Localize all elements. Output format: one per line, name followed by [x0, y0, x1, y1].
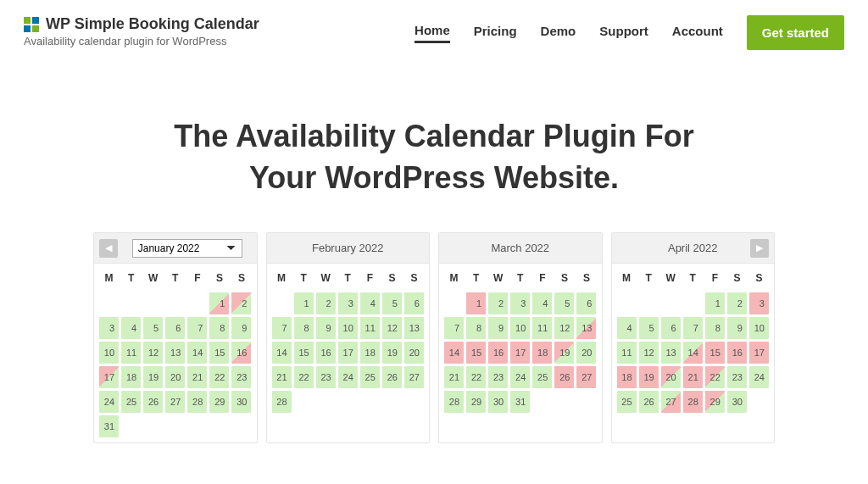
day-cell[interactable]: 27 — [661, 391, 681, 413]
day-cell[interactable]: 2 — [316, 292, 336, 314]
day-cell[interactable]: 17 — [99, 366, 119, 388]
day-cell[interactable]: 13 — [404, 317, 424, 339]
day-cell[interactable]: 28 — [187, 391, 207, 413]
day-cell[interactable]: 6 — [576, 292, 596, 314]
prev-month-button[interactable]: ◀ — [99, 239, 118, 258]
day-cell[interactable]: 29 — [209, 391, 229, 413]
day-cell[interactable]: 16 — [316, 342, 336, 364]
day-cell[interactable]: 14 — [187, 342, 207, 364]
day-cell[interactable]: 25 — [121, 391, 141, 413]
day-cell[interactable]: 3 — [338, 292, 358, 314]
month-select[interactable]: January 2022 — [132, 239, 242, 258]
day-cell[interactable]: 1 — [705, 292, 725, 314]
day-cell[interactable]: 17 — [510, 342, 530, 364]
day-cell[interactable]: 10 — [510, 317, 530, 339]
day-cell[interactable]: 19 — [382, 342, 402, 364]
day-cell[interactable]: 24 — [749, 366, 769, 388]
day-cell[interactable]: 30 — [231, 391, 251, 413]
day-cell[interactable]: 30 — [488, 391, 508, 413]
day-cell[interactable]: 6 — [661, 317, 681, 339]
day-cell[interactable]: 7 — [683, 317, 703, 339]
day-cell[interactable]: 1 — [466, 292, 486, 314]
day-cell[interactable]: 3 — [749, 292, 769, 314]
day-cell[interactable]: 25 — [617, 391, 637, 413]
day-cell[interactable]: 13 — [576, 317, 596, 339]
day-cell[interactable]: 1 — [294, 292, 314, 314]
day-cell[interactable]: 16 — [231, 342, 251, 364]
day-cell[interactable]: 31 — [510, 391, 530, 413]
nav-account[interactable]: Account — [672, 24, 723, 42]
day-cell[interactable]: 6 — [165, 317, 185, 339]
day-cell[interactable]: 28 — [683, 391, 703, 413]
day-cell[interactable]: 24 — [99, 391, 119, 413]
day-cell[interactable]: 12 — [554, 317, 574, 339]
day-cell[interactable]: 11 — [617, 342, 637, 364]
day-cell[interactable]: 18 — [121, 366, 141, 388]
nav-demo[interactable]: Demo — [541, 24, 576, 42]
day-cell[interactable]: 9 — [231, 317, 251, 339]
day-cell[interactable]: 15 — [466, 342, 486, 364]
day-cell[interactable]: 24 — [338, 366, 358, 388]
day-cell[interactable]: 28 — [272, 391, 292, 413]
day-cell[interactable]: 12 — [382, 317, 402, 339]
day-cell[interactable]: 30 — [727, 391, 747, 413]
day-cell[interactable]: 23 — [488, 366, 508, 388]
day-cell[interactable]: 27 — [404, 366, 424, 388]
day-cell[interactable]: 17 — [749, 342, 769, 364]
nav-home[interactable]: Home — [415, 23, 450, 43]
day-cell[interactable]: 26 — [143, 391, 163, 413]
day-cell[interactable]: 7 — [444, 317, 464, 339]
day-cell[interactable]: 2 — [727, 292, 747, 314]
day-cell[interactable]: 23 — [727, 366, 747, 388]
day-cell[interactable]: 5 — [382, 292, 402, 314]
day-cell[interactable]: 26 — [639, 391, 659, 413]
day-cell[interactable]: 6 — [404, 292, 424, 314]
day-cell[interactable]: 13 — [165, 342, 185, 364]
day-cell[interactable]: 15 — [294, 342, 314, 364]
day-cell[interactable]: 21 — [272, 366, 292, 388]
day-cell[interactable]: 11 — [121, 342, 141, 364]
day-cell[interactable]: 8 — [705, 317, 725, 339]
day-cell[interactable]: 20 — [661, 366, 681, 388]
day-cell[interactable]: 22 — [294, 366, 314, 388]
day-cell[interactable]: 19 — [554, 342, 574, 364]
day-cell[interactable]: 9 — [727, 317, 747, 339]
day-cell[interactable]: 4 — [121, 317, 141, 339]
day-cell[interactable]: 12 — [639, 342, 659, 364]
day-cell[interactable]: 21 — [187, 366, 207, 388]
day-cell[interactable]: 9 — [488, 317, 508, 339]
day-cell[interactable]: 16 — [727, 342, 747, 364]
day-cell[interactable]: 7 — [272, 317, 292, 339]
day-cell[interactable]: 22 — [209, 366, 229, 388]
day-cell[interactable]: 26 — [382, 366, 402, 388]
day-cell[interactable]: 5 — [554, 292, 574, 314]
day-cell[interactable]: 3 — [99, 317, 119, 339]
day-cell[interactable]: 18 — [617, 366, 637, 388]
day-cell[interactable]: 2 — [231, 292, 251, 314]
day-cell[interactable]: 9 — [316, 317, 336, 339]
day-cell[interactable]: 18 — [532, 342, 552, 364]
day-cell[interactable]: 4 — [532, 292, 552, 314]
day-cell[interactable]: 7 — [187, 317, 207, 339]
day-cell[interactable]: 10 — [99, 342, 119, 364]
day-cell[interactable]: 19 — [143, 366, 163, 388]
day-cell[interactable]: 27 — [576, 366, 596, 388]
day-cell[interactable]: 8 — [466, 317, 486, 339]
day-cell[interactable]: 25 — [360, 366, 380, 388]
day-cell[interactable]: 21 — [683, 366, 703, 388]
nav-support[interactable]: Support — [599, 24, 648, 42]
day-cell[interactable]: 8 — [209, 317, 229, 339]
day-cell[interactable]: 8 — [294, 317, 314, 339]
day-cell[interactable]: 28 — [444, 391, 464, 413]
day-cell[interactable]: 4 — [360, 292, 380, 314]
day-cell[interactable]: 13 — [661, 342, 681, 364]
day-cell[interactable]: 14 — [444, 342, 464, 364]
day-cell[interactable]: 14 — [272, 342, 292, 364]
day-cell[interactable]: 5 — [639, 317, 659, 339]
nav-pricing[interactable]: Pricing — [474, 24, 517, 42]
day-cell[interactable]: 23 — [231, 366, 251, 388]
day-cell[interactable]: 22 — [705, 366, 725, 388]
day-cell[interactable]: 1 — [209, 292, 229, 314]
day-cell[interactable]: 20 — [404, 342, 424, 364]
day-cell[interactable]: 26 — [554, 366, 574, 388]
